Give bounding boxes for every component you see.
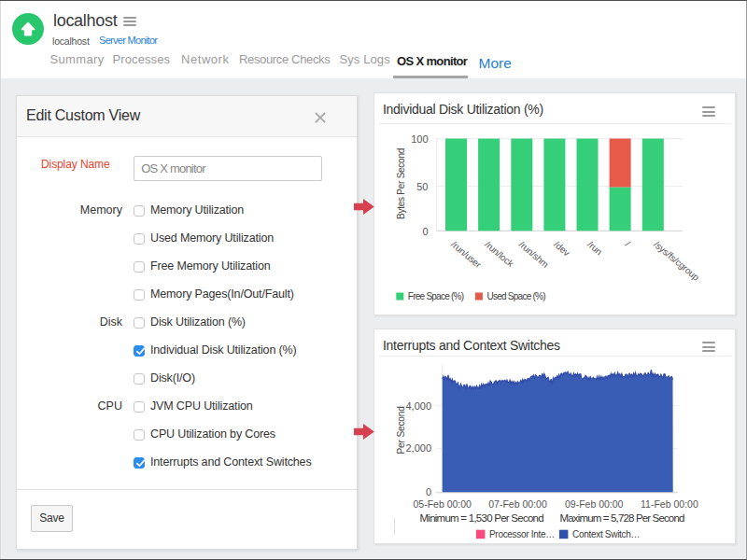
svg-text:100: 100 <box>411 133 428 145</box>
svg-text:0: 0 <box>426 486 431 497</box>
svg-text:50: 50 <box>416 181 428 192</box>
svg-text:11-Feb 00:00: 11-Feb 00:00 <box>641 498 698 510</box>
svg-text:Bytes Per Second: Bytes Per Second <box>396 148 406 219</box>
svg-text:Maximum = 5,728 Per Second: Maximum = 5,728 Per Second <box>560 512 684 524</box>
svg-text:Minimum = 1,530 Per Second: Minimum = 1,530 Per Second <box>420 512 544 524</box>
svg-text:/sys/fs/cgroup: /sys/fs/cgroup <box>652 239 701 283</box>
svg-text:2,000: 2,000 <box>405 442 431 454</box>
svg-text:07-Feb 00:00: 07-Feb 00:00 <box>488 498 547 510</box>
svg-text:05-Feb 00:00: 05-Feb 00:00 <box>413 498 472 510</box>
svg-text:Free Space (%): Free Space (%) <box>408 291 464 301</box>
svg-text:Used Space (%): Used Space (%) <box>487 291 546 301</box>
svg-text:Processor Inte…: Processor Inte… <box>489 529 555 539</box>
svg-text:09-Feb 00:00: 09-Feb 00:00 <box>565 498 624 510</box>
svg-text:/run/shm: /run/shm <box>517 239 551 270</box>
svg-text:/run/lock: /run/lock <box>483 239 516 270</box>
svg-text:4,000: 4,000 <box>405 400 431 412</box>
svg-text:Context Switch…: Context Switch… <box>572 529 640 539</box>
svg-text:0: 0 <box>422 226 428 237</box>
svg-text:/run/user: /run/user <box>449 239 484 270</box>
svg-text:/run: /run <box>585 239 604 257</box>
svg-text:/: / <box>624 239 632 248</box>
svg-text:Per Second: Per Second <box>396 406 406 455</box>
svg-text:/dev: /dev <box>552 239 571 258</box>
